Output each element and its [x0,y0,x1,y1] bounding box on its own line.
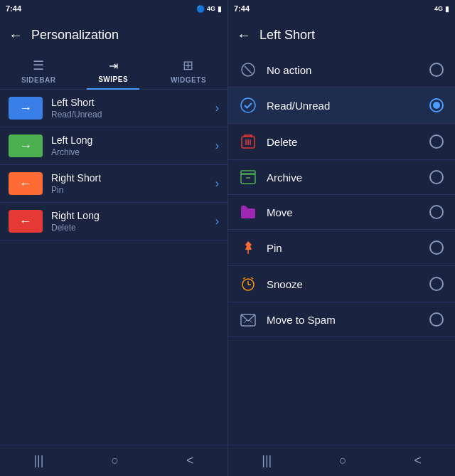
right-long-arrow: → [19,214,32,229]
swipes-tab-label: SWIPES [98,75,128,83]
signal-icon: 4G [207,5,215,12]
spam-icon [240,312,257,327]
swipe-item-right-short[interactable]: → Right Short Pin › [0,165,228,203]
right-long-icon: → [9,210,43,233]
right-long-sub: Delete [51,223,207,233]
archive-icon [240,170,257,184]
right-long-text: Right Long Delete [51,210,207,233]
right-short-icon: → [9,172,43,195]
right-long-chevron: › [215,215,219,228]
read-unread-radio[interactable] [429,98,444,112]
action-list: No action Read/Unread Delete Archive [228,53,455,445]
svg-point-2 [241,98,255,112]
swipe-item-right-long[interactable]: → Right Long Delete › [0,203,228,240]
right-bottom-nav: ||| ○ < [228,445,455,476]
left-bottom-nav: ||| ○ < [0,445,228,476]
action-item-no-action[interactable]: No action [228,53,455,88]
svg-rect-11 [241,171,255,174]
right-time: 7:44 [234,4,250,13]
pin-icon [240,240,257,255]
left-short-arrow: → [19,101,32,116]
move-spam-radio[interactable] [429,312,444,327]
action-item-delete[interactable]: Delete [228,124,455,160]
right-menu-button[interactable]: ||| [247,448,286,474]
left-long-icon: → [9,134,43,157]
left-back-button[interactable]: ← [9,27,23,43]
left-menu-button[interactable]: ||| [19,448,58,474]
left-back-nav-button[interactable]: < [172,448,208,474]
left-short-sub: Read/Unread [51,110,207,120]
left-panel: 7:44 🔵 4G ▮ ← Personalization ☰ SIDEBAR … [0,0,228,476]
action-item-archive[interactable]: Archive [228,160,455,195]
tabs-container: ☰ SIDEBAR ⇥ SWIPES ⊞ WIDGETS [0,53,228,90]
left-short-name: Left Short [51,97,207,108]
sidebar-tab-icon: ☰ [33,58,44,73]
svg-rect-10 [241,174,255,184]
delete-radio[interactable] [429,134,444,149]
right-panel: 7:44 4G ▮ ← Left Short No action Read/Un… [228,0,455,476]
right-header: ← Left Short [228,17,455,53]
archive-label: Archive [267,171,419,184]
pin-label: Pin [267,242,419,254]
pin-radio[interactable] [429,240,444,255]
sidebar-tab-label: SIDEBAR [21,76,56,84]
left-long-chevron: › [215,139,219,152]
move-radio[interactable] [429,205,444,219]
svg-line-20 [244,319,247,323]
right-short-arrow: → [19,176,32,191]
swipe-item-left-short[interactable]: → Left Short Read/Unread › [0,90,228,127]
left-short-icon: → [9,97,43,120]
right-home-button[interactable]: ○ [325,448,361,474]
snooze-label: Snooze [267,278,419,290]
right-status-bar: 7:44 4G ▮ [228,0,455,17]
right-battery-icon: ▮ [445,5,449,13]
right-short-name: Right Short [51,172,207,184]
no-action-radio[interactable] [429,63,444,77]
right-page-title: Left Short [259,28,446,43]
widgets-tab-label: WIDGETS [171,76,206,84]
archive-radio[interactable] [429,170,444,184]
left-long-arrow: → [19,139,32,154]
no-action-icon [240,63,257,77]
right-short-chevron: › [215,177,219,190]
action-item-snooze[interactable]: Snooze [228,266,455,302]
left-short-text: Left Short Read/Unread [51,97,207,120]
battery-icon: ▮ [218,5,222,13]
read-unread-icon [240,97,257,113]
right-short-sub: Pin [51,185,207,195]
left-home-button[interactable]: ○ [97,448,133,474]
action-item-move-spam[interactable]: Move to Spam [228,302,455,337]
action-item-pin[interactable]: Pin [228,230,455,266]
action-item-move[interactable]: Move [228,195,455,230]
right-back-button[interactable]: ← [237,27,251,43]
left-long-text: Left Long Archive [51,134,207,157]
right-short-text: Right Short Pin [51,172,207,195]
left-header: ← Personalization [0,17,228,53]
right-signal-icon: 4G [434,5,443,12]
delete-icon [240,134,257,149]
bluetooth-icon: 🔵 [196,5,205,13]
left-long-sub: Archive [51,147,207,157]
delete-label: Delete [267,136,419,148]
tab-swipes[interactable]: ⇥ SWIPES [87,53,139,89]
tab-widgets[interactable]: ⊞ WIDGETS [159,52,218,90]
svg-line-21 [249,319,252,323]
left-short-chevron: › [215,102,219,115]
move-label: Move [267,206,419,218]
left-long-name: Left Long [51,134,207,146]
left-status-icons: 🔵 4G ▮ [196,5,222,13]
move-spam-label: Move to Spam [267,314,419,326]
left-page-title: Personalization [31,28,219,43]
left-status-bar: 7:44 🔵 4G ▮ [0,0,228,17]
swipe-list: → Left Short Read/Unread › → Left Long A… [0,90,228,445]
left-time: 7:44 [6,4,21,13]
action-item-read-unread[interactable]: Read/Unread [228,88,455,124]
move-icon [240,205,257,219]
snooze-radio[interactable] [429,277,444,291]
snooze-icon [240,276,257,292]
tab-sidebar[interactable]: ☰ SIDEBAR [10,52,68,90]
swipe-item-left-long[interactable]: → Left Long Archive › [0,127,228,165]
widgets-tab-icon: ⊞ [183,58,193,73]
right-back-nav-button[interactable]: < [400,448,436,474]
svg-line-1 [245,66,252,73]
